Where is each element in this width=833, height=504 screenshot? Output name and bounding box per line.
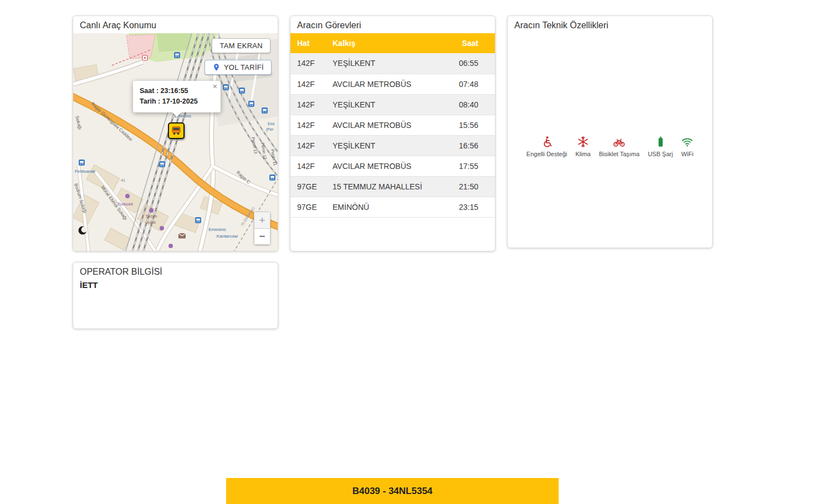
directions-button[interactable]: YOL TARİFİ [205, 60, 272, 75]
cell-kalkis: AVCILAR METROBÜS [326, 115, 446, 135]
feature-label: Bisiklet Taşıma [599, 151, 640, 157]
transit-stop-icon [223, 84, 229, 90]
table-row: 142F YEŞİLKENT 08:40 [290, 94, 495, 115]
table-row: 97GE 15 TEMMUZ MAHALLESİ 21:50 [290, 176, 495, 197]
tooltip-time: Saat : 23:16:55 [140, 86, 214, 96]
live-location-card: Canlı Araç Konumu [73, 16, 278, 251]
cell-kalkis: EMİNÖNÜ [326, 197, 446, 217]
cell-hat: 142F [290, 156, 326, 176]
post-office-icon [178, 233, 186, 239]
vehicle-id-banner: B4039 - 34NL5354 [226, 478, 559, 504]
feature-wifi: WiFi [681, 136, 693, 157]
table-row: 142F AVCILAR METROBÜS 15:56 [290, 115, 495, 135]
tooltip-date: Tarih : 17-10-2025 [140, 96, 214, 107]
transit-stop-icon [248, 101, 254, 107]
zoom-in-button[interactable]: + [254, 212, 270, 228]
feature-bicycle: Bisiklet Taşıma [599, 136, 640, 157]
map-card-title: Canlı Araç Konumu [73, 16, 278, 33]
cell-hat: 142F [290, 94, 326, 115]
zoom-control: + − [254, 212, 270, 245]
vehicle-tooltip: × Saat : 23:16:55 Tarih : 17-10-2025 [133, 81, 221, 112]
feature-label: WiFi [681, 151, 693, 157]
transit-stop-icon [262, 107, 268, 114]
cell-saat: 08:40 [446, 94, 495, 115]
operator-name: İETT [73, 280, 278, 290]
cell-saat: 21:50 [446, 176, 495, 197]
map-construction-area [126, 34, 155, 59]
tasks-table: Hat Kalkış Saat 142F YEŞİLKENT 06:55 142… [290, 33, 495, 218]
page: Canlı Araç Konumu [0, 0, 833, 504]
transit-stop-icon [239, 88, 245, 94]
snowflake-icon [577, 136, 589, 148]
transit-stop-icon [159, 161, 165, 167]
table-row: 142F YEŞİLKENT 16:56 [290, 135, 495, 156]
directions-button-label: YOL TARİFİ [224, 63, 264, 71]
cell-kalkis: YEŞİLKENT [326, 135, 446, 156]
transit-stop-icon [195, 217, 201, 223]
cell-saat: 06:55 [446, 53, 495, 74]
tooltip-close-icon[interactable]: × [213, 83, 217, 90]
table-row: 142F AVCILAR METROBÜS 17:55 [290, 156, 495, 176]
cell-saat: 17:55 [446, 156, 495, 176]
cell-saat: 15:56 [446, 115, 495, 135]
column-header-saat: Saat [446, 33, 495, 53]
transit-stop-icon [269, 174, 275, 181]
vehicle-tasks-card: Aracın Görevleri Hat Kalkış Saat 142F YE… [290, 16, 495, 251]
house-number: 41 [121, 178, 125, 182]
cell-hat: 142F [290, 135, 326, 156]
poi-label: Turkcell [117, 202, 133, 207]
cell-kalkis: YEŞİLKENT [326, 53, 446, 74]
stop-label: (Per [266, 127, 274, 132]
table-row: 97GE EMİNÖNÜ 23:15 [290, 197, 495, 217]
tasks-card-title: Aracın Görevleri [290, 16, 495, 33]
specs-card-title: Aracın Teknik Özellikleri [508, 16, 712, 33]
feature-label: USB Şarj [648, 151, 673, 157]
wheelchair-icon [541, 136, 553, 148]
map-canvas[interactable]: Ragıp Gümüşpala Caddesi Ragıp C Murat Ef… [73, 33, 278, 251]
operator-card-title: OPERATOR BİLGİSİ [73, 263, 278, 280]
cell-hat: 97GE [290, 176, 326, 197]
poi-label: büfe [147, 220, 156, 225]
transit-stop-icon [79, 160, 85, 166]
stop-label: Pehlivanlar [75, 169, 96, 174]
table-row: 142F YEŞİLKENT 06:55 [290, 53, 495, 74]
bus-icon [171, 125, 182, 136]
column-header-hat: Hat [290, 33, 326, 53]
cell-kalkis: YEŞİLKENT [326, 94, 446, 115]
zoom-out-button[interactable]: − [254, 228, 270, 245]
feature-climate: Klima [575, 136, 591, 157]
operator-card: OPERATOR BİLGİSİ İETT [73, 262, 278, 329]
poi-label: Tadım [145, 214, 157, 219]
cell-kalkis: AVCILAR METROBÜS [326, 156, 446, 176]
tram-stop-icon [142, 55, 147, 60]
stop-label: Kantarcılar [217, 234, 238, 239]
cell-saat: 16:56 [446, 135, 495, 156]
feature-label: Klima [575, 151, 591, 157]
cell-saat: 23:15 [446, 197, 495, 217]
cell-saat: 07:48 [446, 74, 495, 94]
table-row: 142F AVCILAR METROBÜS 07:48 [290, 74, 495, 94]
cell-kalkis: AVCILAR METROBÜS [326, 74, 446, 94]
cell-kalkis: 15 TEMMUZ MAHALLESİ [326, 176, 446, 197]
wifi-icon [681, 136, 693, 148]
bus-marker[interactable] [168, 122, 185, 139]
transit-stop-icon [174, 52, 180, 58]
column-header-kalkis: Kalkış [326, 33, 446, 53]
feature-usb-charge: USB Şarj [648, 136, 673, 157]
cell-hat: 142F [290, 115, 326, 135]
cell-hat: 142F [290, 53, 326, 74]
battery-icon [655, 136, 667, 148]
feature-wheelchair: Engelli Desteği [527, 136, 567, 157]
cell-hat: 97GE [290, 197, 326, 217]
stop-label: Emi [268, 122, 275, 126]
fullscreen-button[interactable]: TAM EKRAN [212, 38, 270, 53]
technical-specs-card: Aracın Teknik Özellikleri Engelli Desteğ… [507, 16, 713, 248]
location-pin-icon [212, 63, 221, 71]
bicycle-icon [613, 136, 625, 148]
tasks-table-header-row: Hat Kalkış Saat [290, 33, 495, 53]
feature-label: Engelli Desteği [527, 151, 567, 157]
features-row: Engelli Desteği Klima Bisiklet Taşıma [508, 136, 712, 157]
stop-label: Eminönü [208, 227, 226, 232]
cell-hat: 142F [290, 74, 326, 94]
